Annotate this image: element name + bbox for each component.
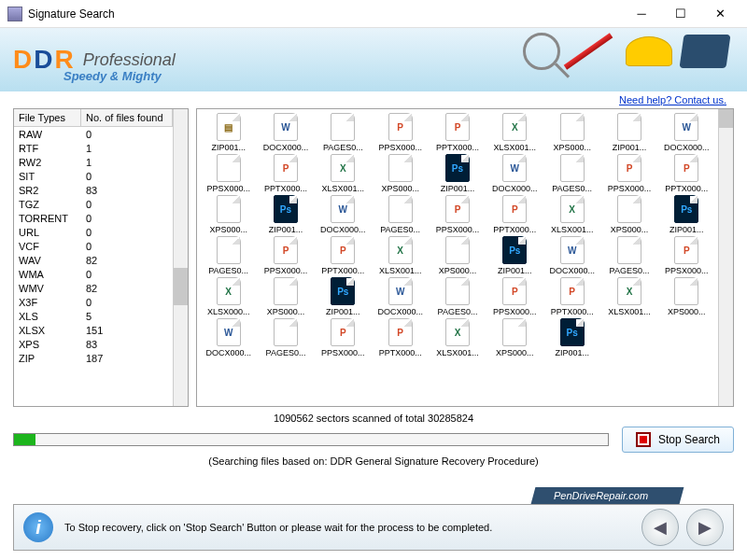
file-icon: P — [674, 236, 698, 264]
file-icon — [617, 113, 641, 141]
table-row[interactable]: WAV82 — [14, 253, 173, 267]
table-row[interactable]: SR283 — [14, 183, 173, 197]
file-item[interactable]: XXLSX001... — [373, 236, 428, 275]
file-item[interactable]: PAGES0... — [316, 113, 371, 152]
forward-button[interactable]: ▶ — [686, 509, 724, 546]
file-item[interactable]: PsZIP001... — [487, 236, 543, 275]
back-button[interactable]: ◀ — [641, 509, 679, 546]
table-row[interactable]: RAW0 — [14, 127, 173, 141]
file-item[interactable]: XPS000... — [487, 318, 543, 357]
file-item[interactable]: PsZIP001... — [659, 195, 714, 234]
file-item[interactable]: PPPTX000... — [659, 154, 714, 193]
file-label: XPS000... — [209, 225, 247, 234]
file-item[interactable]: ▤ZIP001... — [201, 113, 256, 152]
file-item[interactable]: XPS000... — [201, 195, 256, 234]
file-item[interactable]: PPPTX000... — [258, 154, 313, 193]
file-item[interactable]: PPSX000... — [201, 154, 256, 193]
file-item[interactable]: PPPSX000... — [316, 318, 371, 357]
file-item[interactable]: PAGES0... — [258, 318, 313, 357]
file-item[interactable]: WDOCX000... — [544, 236, 599, 275]
file-item[interactable]: WDOCX000... — [258, 113, 313, 152]
file-icon: W — [274, 113, 298, 141]
right-scrollbar[interactable] — [718, 109, 733, 406]
maximize-button[interactable]: ☐ — [661, 0, 700, 28]
cell-filetype: SR2 — [14, 183, 81, 197]
file-item[interactable]: PAGES0... — [430, 277, 485, 316]
file-item[interactable]: ZIP001... — [601, 113, 656, 152]
file-item[interactable]: PPPSX000... — [430, 195, 485, 234]
banner-art — [523, 33, 728, 70]
files-grid-panel: ▤ZIP001...WDOCX000...PAGES0...PPPSX000..… — [196, 108, 734, 407]
close-button[interactable]: ✕ — [700, 0, 740, 28]
file-item[interactable]: PAGES0... — [544, 154, 599, 193]
file-item[interactable]: PAGES0... — [373, 195, 428, 234]
file-item[interactable]: XPS000... — [544, 113, 599, 152]
file-item[interactable]: PPPSX000... — [659, 236, 714, 275]
file-item[interactable]: XXLSX001... — [430, 318, 485, 357]
file-item[interactable]: WDOCX000... — [201, 318, 256, 357]
file-icon: W — [331, 195, 355, 223]
cell-filetype: RAW — [14, 127, 81, 141]
file-item[interactable]: XPS000... — [373, 154, 428, 193]
file-item[interactable]: WDOCX000... — [373, 277, 428, 316]
minimize-button[interactable]: ─ — [622, 0, 661, 28]
table-row[interactable]: XLS5 — [14, 309, 173, 323]
file-item[interactable]: PPPSX000... — [601, 154, 656, 193]
help-link[interactable]: Need help? Contact us. — [619, 94, 726, 105]
file-item[interactable]: PsZIP001... — [316, 277, 371, 316]
file-item[interactable]: PPPSX000... — [373, 113, 428, 152]
cell-filetype: XLS — [14, 309, 81, 323]
table-row[interactable]: TGZ0 — [14, 197, 173, 211]
table-row[interactable]: WMA0 — [14, 267, 173, 281]
file-item[interactable]: XPS000... — [601, 195, 656, 234]
file-icon: X — [331, 154, 355, 182]
table-row[interactable]: SIT0 — [14, 169, 173, 183]
file-item[interactable]: WDOCX000... — [659, 113, 714, 152]
col-file-types[interactable]: File Types — [14, 109, 81, 126]
table-row[interactable]: TORRENT0 — [14, 211, 173, 225]
cell-count: 83 — [81, 337, 173, 351]
cell-filetype: SIT — [14, 169, 81, 183]
brand-bar: PenDriveRepair.com — [531, 487, 684, 504]
file-item[interactable]: XPS000... — [659, 277, 714, 316]
file-item[interactable]: XXLSX000... — [201, 277, 256, 316]
table-row[interactable]: VCF0 — [14, 239, 173, 253]
file-item[interactable]: PAGES0... — [601, 236, 656, 275]
file-item[interactable]: WDOCX000... — [316, 195, 371, 234]
table-row[interactable]: XLSX151 — [14, 323, 173, 337]
file-item[interactable]: XPS000... — [430, 236, 485, 275]
right-scrollbar-thumb[interactable] — [719, 109, 733, 128]
left-scrollbar-thumb[interactable] — [174, 268, 188, 305]
table-row[interactable]: URL0 — [14, 225, 173, 239]
file-item[interactable]: PPPTX000... — [544, 277, 599, 316]
file-item[interactable]: WDOCX000... — [487, 154, 543, 193]
col-count[interactable]: No. of files found — [81, 109, 173, 126]
file-item[interactable]: XXLSX001... — [316, 154, 371, 193]
table-row[interactable]: X3F0 — [14, 295, 173, 309]
file-item[interactable]: XPS000... — [258, 277, 313, 316]
file-icon: X — [560, 195, 585, 223]
file-item[interactable]: PPPTX000... — [430, 113, 485, 152]
file-item[interactable]: PPPSX000... — [487, 277, 543, 316]
stop-search-button[interactable]: Stop Search — [622, 427, 734, 453]
file-item[interactable]: PPPTX000... — [487, 195, 543, 234]
file-item[interactable]: PsZIP001... — [258, 195, 313, 234]
table-row[interactable]: RTF1 — [14, 141, 173, 155]
table-row[interactable]: XPS83 — [14, 337, 173, 351]
file-label: PPSX000... — [608, 184, 652, 193]
file-item[interactable]: XXLSX001... — [544, 195, 599, 234]
table-row[interactable]: RW21 — [14, 155, 173, 169]
file-item[interactable]: XXLSX001... — [601, 277, 656, 316]
file-item[interactable]: PAGES0... — [201, 236, 256, 275]
cell-filetype: TGZ — [14, 197, 81, 211]
file-item[interactable]: PPPTX000... — [373, 318, 428, 357]
file-item[interactable]: XXLSX001... — [487, 113, 543, 152]
cell-filetype: XLSX — [14, 323, 81, 337]
file-item[interactable]: PsZIP001... — [430, 154, 485, 193]
table-row[interactable]: ZIP187 — [14, 351, 173, 365]
left-scrollbar[interactable] — [173, 109, 188, 406]
file-item[interactable]: PPPTX000... — [316, 236, 371, 275]
file-item[interactable]: PPPSX000... — [258, 236, 313, 275]
file-item[interactable]: PsZIP001... — [544, 318, 599, 357]
table-row[interactable]: WMV82 — [14, 281, 173, 295]
